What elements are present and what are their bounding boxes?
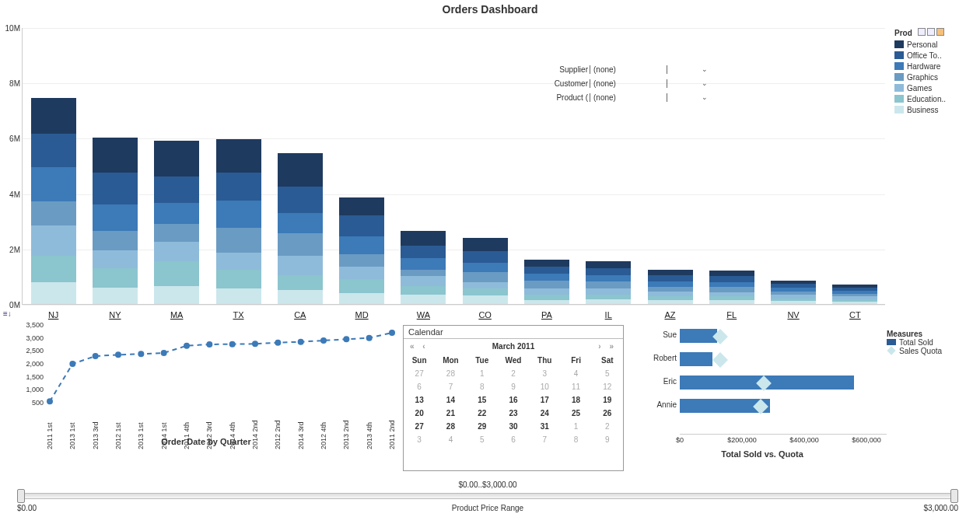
bar-label[interactable]: NY — [93, 310, 138, 320]
calendar-day[interactable]: 7 — [529, 433, 560, 446]
legend-item[interactable]: Graphics — [894, 72, 976, 82]
calendar-day[interactable]: 13 — [404, 393, 435, 407]
bar-segment — [278, 213, 323, 234]
bar-column-fl[interactable]: FL — [709, 271, 754, 304]
calendar-day[interactable]: 8 — [560, 433, 591, 446]
calendar-day[interactable]: 6 — [498, 433, 529, 446]
bar-column-il[interactable]: IL — [586, 261, 631, 304]
bar-label[interactable]: CA — [278, 310, 323, 320]
calendar-day[interactable]: 17 — [529, 393, 560, 407]
bar-label[interactable]: FL — [709, 310, 754, 320]
filter-row[interactable]: Supplier(none)⌄ — [544, 62, 731, 76]
calendar-day[interactable]: 5 — [467, 433, 498, 446]
calendar-day[interactable]: 4 — [560, 367, 591, 380]
calendar-day[interactable]: 15 — [467, 393, 498, 407]
chevron-down-icon[interactable]: ⌄ — [702, 79, 708, 87]
bar-label[interactable]: MD — [339, 310, 384, 320]
calendar-day[interactable]: 28 — [435, 367, 466, 380]
bar-column-pa[interactable]: PA — [524, 260, 569, 304]
calendar-day[interactable]: 18 — [560, 393, 591, 407]
bar-label[interactable]: NV — [771, 310, 816, 320]
slider-thumb-max[interactable] — [950, 489, 958, 503]
calendar-day[interactable]: 16 — [498, 393, 529, 407]
bar-label[interactable]: IL — [586, 310, 631, 320]
filter-row[interactable]: Customer(none)⌄ — [544, 76, 731, 90]
bar-column-nj[interactable]: NJ — [31, 98, 76, 304]
calendar-day[interactable]: 28 — [435, 420, 466, 433]
bar-label[interactable]: CT — [832, 310, 877, 320]
sales-row[interactable]: Annie — [638, 396, 887, 420]
legend-item[interactable]: Education.. — [894, 93, 976, 104]
bar-label[interactable]: TX — [216, 310, 261, 320]
sales-row[interactable]: Robert — [638, 350, 887, 373]
bar-segment — [339, 293, 384, 304]
calendar-day[interactable]: 20 — [404, 407, 435, 420]
calendar-day[interactable]: 30 — [498, 420, 529, 433]
legend-item[interactable]: Personal — [894, 39, 976, 50]
calendar-day[interactable]: 19 — [592, 393, 623, 407]
calendar-day[interactable]: 3 — [529, 367, 560, 380]
legend-item[interactable]: Business — [894, 104, 976, 115]
calendar-day[interactable]: 1 — [467, 367, 498, 380]
calendar-day[interactable]: 1 — [560, 420, 591, 433]
calendar-day[interactable]: 12 — [592, 380, 623, 393]
legend-item[interactable]: Office To.. — [894, 50, 976, 61]
slider-thumb-min[interactable] — [17, 489, 25, 503]
sales-row[interactable]: Sue — [638, 327, 887, 350]
calendar-day[interactable]: 11 — [560, 380, 591, 393]
calendar-day[interactable]: 22 — [467, 407, 498, 420]
calendar-day[interactable]: 29 — [467, 420, 498, 433]
calendar-day[interactable]: 4 — [435, 433, 466, 446]
calendar-widget[interactable]: Calendar « ‹ March 2011 › » SunMonTueWed… — [403, 325, 624, 471]
calendar-day[interactable]: 14 — [435, 393, 466, 407]
bar-column-az[interactable]: AZ — [648, 270, 693, 304]
bar-label[interactable]: MA — [154, 310, 199, 320]
calendar-day[interactable]: 5 — [592, 367, 623, 380]
calendar-day[interactable]: 8 — [467, 380, 498, 393]
calendar-day[interactable]: 9 — [592, 433, 623, 446]
bar-column-ma[interactable]: MA — [154, 141, 199, 304]
calendar-day[interactable]: 27 — [404, 367, 435, 380]
bar-label[interactable]: CO — [463, 310, 508, 320]
bar-column-nv[interactable]: NV — [771, 281, 816, 304]
price-range-slider[interactable]: $0.00..$3,000.00 $0.00 $3,000.00 Product… — [17, 487, 958, 518]
legend-item[interactable]: Hardware — [894, 61, 976, 72]
bar-label[interactable]: AZ — [648, 310, 693, 320]
calendar-day[interactable]: 7 — [435, 380, 466, 393]
bar-label[interactable]: NJ — [31, 310, 76, 320]
chevron-down-icon[interactable]: ⌄ — [702, 93, 708, 101]
calendar-day[interactable]: 3 — [404, 433, 435, 446]
calendar-day[interactable]: 2 — [498, 367, 529, 380]
calendar-day[interactable]: 9 — [498, 380, 529, 393]
bar-column-wa[interactable]: WA — [401, 231, 446, 304]
calendar-next-icons[interactable]: › » — [598, 342, 617, 351]
chevron-down-icon[interactable]: ⌄ — [702, 65, 708, 73]
sales-row[interactable]: Eric — [638, 373, 887, 396]
bar-column-ca[interactable]: CA — [278, 153, 323, 304]
sort-icon[interactable]: ≡↓ — [3, 309, 12, 318]
bar-label[interactable]: WA — [401, 310, 446, 320]
calendar-day[interactable]: 6 — [404, 380, 435, 393]
calendar-day[interactable]: 31 — [529, 420, 560, 433]
slider-track[interactable] — [17, 493, 958, 499]
bar-column-co[interactable]: CO — [463, 238, 508, 304]
filter-row[interactable]: Product ((none)⌄ — [544, 90, 731, 104]
bar-label[interactable]: PA — [524, 310, 569, 320]
calendar-day[interactable]: 10 — [529, 380, 560, 393]
bar-segment — [586, 281, 631, 288]
bar-column-ct[interactable]: CT — [832, 285, 877, 304]
calendar-day[interactable]: 26 — [592, 407, 623, 420]
legend-item[interactable]: Games — [894, 82, 976, 93]
calendar-day[interactable]: 23 — [498, 407, 529, 420]
calendar-day[interactable]: 24 — [529, 407, 560, 420]
bar-column-tx[interactable]: TX — [216, 139, 261, 304]
calendar-day[interactable]: 27 — [404, 420, 435, 433]
bar-column-ny[interactable]: NY — [93, 138, 138, 304]
calendar-day[interactable]: 21 — [435, 407, 466, 420]
calendar-prev-icons[interactable]: « ‹ — [410, 342, 429, 351]
legend-tool-icons[interactable] — [918, 28, 944, 36]
bar-column-md[interactable]: MD — [339, 197, 384, 304]
calendar-day[interactable]: 25 — [560, 407, 591, 420]
calendar-dow: Sat — [592, 354, 623, 367]
calendar-day[interactable]: 2 — [592, 420, 623, 433]
